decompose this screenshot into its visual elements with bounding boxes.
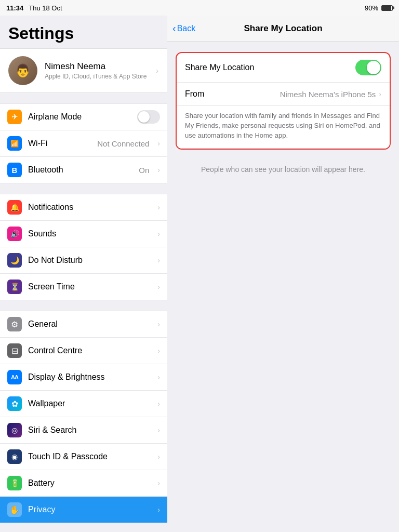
status-time: 11:34 bbox=[6, 4, 23, 12]
control-centre-icon: ⊟ bbox=[7, 343, 22, 358]
settings-group-alerts: 🔔 Notifications › 🔊 Sounds › 🌙 Do Not Di… bbox=[0, 194, 167, 300]
share-my-location-label: Share My Location bbox=[185, 63, 355, 72]
back-button[interactable]: ‹ Back bbox=[172, 22, 195, 34]
notifications-icon: 🔔 bbox=[7, 200, 22, 215]
share-location-description: Share your location with family and frie… bbox=[177, 106, 390, 149]
share-location-toggle[interactable] bbox=[355, 60, 381, 75]
notifications-chevron: › bbox=[157, 203, 160, 211]
touch-id-chevron: › bbox=[157, 453, 160, 461]
screen-time-chevron: › bbox=[157, 283, 160, 291]
bluetooth-value: On bbox=[139, 166, 149, 175]
touch-id-icon: ◉ bbox=[7, 449, 22, 464]
settings-group-connectivity: ✈ Airplane Mode 📶 Wi-Fi Not Connected › … bbox=[0, 103, 167, 183]
from-label: From bbox=[185, 89, 280, 99]
wallpaper-chevron: › bbox=[157, 400, 160, 408]
detail-title: Share My Location bbox=[244, 23, 322, 34]
sounds-label: Sounds bbox=[28, 229, 149, 238]
from-value: Nimesh Neema's iPhone 5s bbox=[280, 90, 376, 99]
profile-subtitle: Apple ID, iCloud, iTunes & App Store bbox=[45, 73, 147, 80]
airplane-mode-icon: ✈ bbox=[7, 110, 22, 124]
sounds-icon: 🔊 bbox=[7, 227, 22, 241]
status-date: Thu 18 Oct bbox=[29, 4, 62, 12]
airplane-mode-label: Airplane Mode bbox=[28, 112, 131, 122]
bluetooth-label: Bluetooth bbox=[28, 165, 132, 175]
sidebar-item-bluetooth[interactable]: B Bluetooth On › bbox=[0, 157, 167, 183]
wifi-chevron: › bbox=[157, 139, 160, 148]
battery-icon bbox=[381, 5, 393, 11]
back-chevron: ‹ bbox=[172, 22, 176, 34]
bluetooth-chevron: › bbox=[157, 166, 160, 174]
siri-label: Siri & Search bbox=[28, 425, 149, 435]
people-note: People who can see your location will ap… bbox=[201, 165, 365, 174]
control-centre-label: Control Centre bbox=[28, 346, 149, 355]
do-not-disturb-icon: 🌙 bbox=[7, 253, 22, 268]
sidebar-item-sounds[interactable]: 🔊 Sounds › bbox=[0, 221, 167, 247]
battery-setting-icon: 🔋 bbox=[7, 476, 22, 490]
sidebar-item-screen-time[interactable]: ⏳ Screen Time › bbox=[0, 274, 167, 300]
screen-time-icon: ⏳ bbox=[7, 280, 22, 294]
detail-content-card: Share My Location From Nimesh Neema's iP… bbox=[176, 52, 391, 150]
sidebar-item-wifi[interactable]: 📶 Wi-Fi Not Connected › bbox=[0, 130, 167, 157]
sidebar-item-notifications[interactable]: 🔔 Notifications › bbox=[0, 194, 167, 221]
battery-percent: 90% bbox=[365, 4, 378, 12]
profile-name: Nimesh Neema bbox=[45, 61, 147, 72]
bluetooth-icon: B bbox=[7, 163, 22, 177]
from-chevron: › bbox=[379, 90, 381, 98]
sidebar-item-privacy[interactable]: ✋ Privacy › bbox=[0, 497, 167, 523]
display-brightness-icon: AA bbox=[7, 370, 22, 384]
touch-id-label: Touch ID & Passcode bbox=[28, 452, 149, 461]
do-not-disturb-label: Do Not Disturb bbox=[28, 256, 149, 265]
status-bar: 11:34 Thu 18 Oct 90% bbox=[0, 0, 399, 16]
airplane-mode-toggle[interactable] bbox=[137, 110, 160, 124]
display-brightness-label: Display & Brightness bbox=[28, 373, 149, 382]
sidebar-item-do-not-disturb[interactable]: 🌙 Do Not Disturb › bbox=[0, 247, 167, 274]
detail-nav: ‹ Back Share My Location bbox=[167, 16, 399, 42]
wifi-label: Wi-Fi bbox=[28, 139, 91, 148]
sidebar-item-wallpaper[interactable]: ✿ Wallpaper › bbox=[0, 391, 167, 417]
settings-title: Settings bbox=[0, 16, 167, 48]
sidebar-item-general[interactable]: ⚙ General › bbox=[0, 311, 167, 338]
wifi-icon: 📶 bbox=[7, 136, 22, 151]
wifi-value: Not Connected bbox=[97, 139, 149, 148]
from-row[interactable]: From Nimesh Neema's iPhone 5s › bbox=[177, 83, 390, 106]
screen-time-label: Screen Time bbox=[28, 282, 149, 291]
avatar: 👨 bbox=[8, 56, 37, 85]
wallpaper-label: Wallpaper bbox=[28, 399, 149, 408]
left-panel: Settings 👨 Nimesh Neema Apple ID, iCloud… bbox=[0, 16, 167, 532]
siri-chevron: › bbox=[157, 426, 160, 434]
sounds-chevron: › bbox=[157, 230, 160, 238]
sidebar-item-battery[interactable]: 🔋 Battery › bbox=[0, 470, 167, 497]
battery-label: Battery bbox=[28, 478, 149, 488]
display-brightness-chevron: › bbox=[157, 373, 160, 381]
sidebar-item-control-centre[interactable]: ⊟ Control Centre › bbox=[0, 338, 167, 364]
control-centre-chevron: › bbox=[157, 347, 160, 355]
sidebar-item-touch-id[interactable]: ◉ Touch ID & Passcode › bbox=[0, 444, 167, 470]
general-chevron: › bbox=[157, 320, 160, 328]
back-label: Back bbox=[177, 24, 196, 33]
profile-chevron: › bbox=[156, 66, 158, 75]
do-not-disturb-chevron: › bbox=[157, 256, 160, 264]
sidebar-item-airplane-mode[interactable]: ✈ Airplane Mode bbox=[0, 103, 167, 130]
battery-chevron: › bbox=[157, 479, 160, 487]
people-section: People who can see your location will ap… bbox=[176, 160, 391, 179]
sidebar-item-display-brightness[interactable]: AA Display & Brightness › bbox=[0, 364, 167, 391]
profile-card[interactable]: 👨 Nimesh Neema Apple ID, iCloud, iTunes … bbox=[0, 48, 167, 93]
general-label: General bbox=[28, 320, 149, 329]
right-panel: ‹ Back Share My Location Share My Locati… bbox=[167, 16, 399, 532]
settings-group-general: ⚙ General › ⊟ Control Centre › AA Displa… bbox=[0, 311, 167, 523]
privacy-icon: ✋ bbox=[7, 502, 22, 517]
general-icon: ⚙ bbox=[7, 317, 22, 331]
privacy-label: Privacy bbox=[28, 505, 149, 514]
wallpaper-icon: ✿ bbox=[7, 396, 22, 411]
privacy-chevron: › bbox=[157, 506, 160, 514]
notifications-label: Notifications bbox=[28, 203, 149, 212]
share-my-location-row[interactable]: Share My Location bbox=[177, 53, 390, 83]
sidebar-item-siri-search[interactable]: ◎ Siri & Search › bbox=[0, 417, 167, 444]
siri-icon: ◎ bbox=[7, 423, 22, 437]
profile-info: Nimesh Neema Apple ID, iCloud, iTunes & … bbox=[45, 61, 147, 80]
